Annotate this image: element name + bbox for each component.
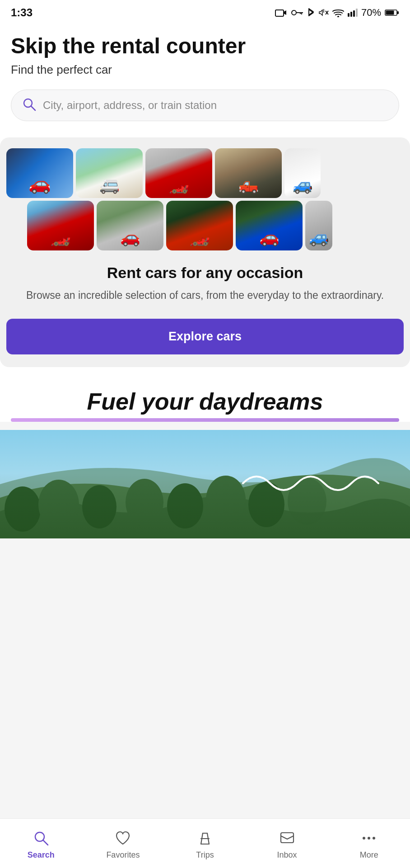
- car-thumb-7[interactable]: [97, 201, 163, 250]
- car-thumb-3[interactable]: [145, 148, 212, 198]
- more-nav-label: More: [360, 850, 378, 860]
- svg-point-20: [38, 480, 79, 529]
- landscape-image: [0, 430, 410, 538]
- favorites-nav-label: Favorites: [106, 850, 140, 860]
- status-bar: 1:33 70: [0, 0, 410, 24]
- svg-line-28: [43, 840, 48, 845]
- bluetooth-icon: [307, 7, 315, 19]
- trips-nav-icon: [196, 829, 214, 848]
- favorites-nav-icon: [113, 829, 132, 848]
- svg-point-23: [167, 483, 203, 528]
- svg-line-17: [31, 106, 35, 110]
- nav-item-inbox[interactable]: Inbox: [246, 829, 328, 860]
- car-thumb-1[interactable]: [6, 148, 73, 198]
- svg-rect-15: [386, 11, 394, 15]
- mute-icon: [319, 8, 329, 18]
- svg-rect-11: [353, 10, 355, 17]
- nav-item-search[interactable]: Search: [0, 829, 82, 860]
- car-thumb-2[interactable]: [76, 148, 143, 198]
- car-thumb-9[interactable]: [236, 201, 303, 250]
- car-row-2: [0, 201, 410, 250]
- status-time: 1:33: [11, 6, 33, 19]
- hero-title: Skip the rental counter: [11, 34, 399, 58]
- nav-item-more[interactable]: More: [328, 829, 410, 860]
- more-nav-icon: [359, 829, 378, 848]
- main-content: Skip the rental counter Find the perfect…: [0, 24, 410, 121]
- promo-text: Rent cars for any occasion Browse an inc…: [0, 253, 410, 319]
- car-thumb-4[interactable]: [215, 148, 282, 198]
- svg-point-21: [82, 485, 116, 528]
- wave-overlay: [238, 465, 383, 503]
- explore-cars-button[interactable]: Explore cars: [6, 319, 404, 354]
- hero-subtitle: Find the perfect car: [11, 63, 399, 77]
- nav-item-favorites[interactable]: Favorites: [82, 829, 164, 860]
- battery-icon: [385, 9, 399, 17]
- svg-point-27: [35, 832, 44, 841]
- car-thumb-8[interactable]: [166, 201, 233, 250]
- car-thumb-5[interactable]: [284, 148, 321, 198]
- car-row-1: [0, 148, 410, 198]
- status-icons: 70%: [275, 7, 399, 19]
- promo-title: Rent cars for any occasion: [13, 264, 397, 282]
- svg-rect-12: [356, 9, 358, 17]
- inbox-nav-label: Inbox: [277, 850, 297, 860]
- wifi-icon: [332, 8, 344, 17]
- fuel-accent-bar: [11, 418, 399, 422]
- battery-text: 70%: [361, 7, 381, 19]
- svg-point-8: [337, 16, 339, 17]
- fuel-title: Fuel your daydreams: [11, 389, 399, 415]
- key-icon: [291, 9, 303, 17]
- camera-icon: [275, 8, 287, 17]
- search-bar[interactable]: City, airport, address, or train station: [11, 90, 399, 121]
- search-nav-label: Search: [28, 850, 55, 860]
- svg-point-33: [373, 837, 375, 840]
- bottom-nav: Search Favorites Trips: [0, 818, 410, 868]
- svg-point-32: [368, 837, 370, 840]
- search-icon: [22, 97, 37, 113]
- nav-item-trips[interactable]: Trips: [164, 829, 246, 860]
- search-nav-icon: [32, 829, 51, 848]
- car-section: Rent cars for any occasion Browse an inc…: [0, 137, 410, 367]
- svg-point-2: [292, 10, 296, 15]
- trips-nav-label: Trips: [196, 850, 214, 860]
- car-thumb-10[interactable]: [305, 201, 332, 250]
- search-placeholder: City, airport, address, or train station: [43, 99, 217, 112]
- nav-spacer: [0, 538, 410, 615]
- signal-icon: [348, 9, 358, 17]
- fuel-section: Fuel your daydreams: [0, 367, 410, 422]
- promo-desc: Browse an incredible selection of cars, …: [13, 288, 397, 302]
- inbox-nav-icon: [278, 829, 297, 848]
- svg-rect-0: [275, 10, 284, 16]
- svg-rect-14: [397, 11, 399, 14]
- car-thumb-6[interactable]: [27, 201, 94, 250]
- svg-rect-9: [348, 13, 349, 17]
- svg-point-31: [363, 837, 365, 840]
- svg-point-19: [5, 486, 41, 532]
- svg-rect-10: [350, 12, 352, 17]
- svg-point-22: [126, 479, 163, 526]
